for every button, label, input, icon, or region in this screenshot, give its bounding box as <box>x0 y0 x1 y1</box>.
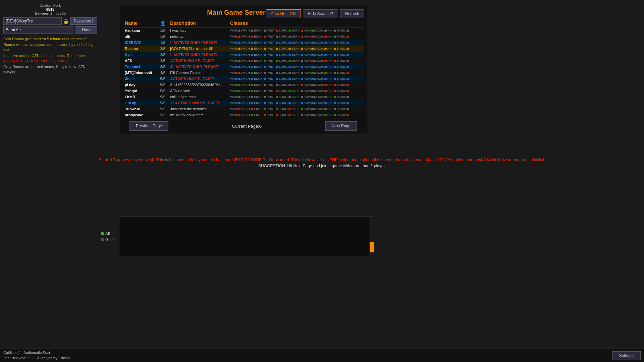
class-item: MRCH: <box>314 65 327 68</box>
class-dot <box>324 114 327 116</box>
table-row[interactable]: pi day5/53.14159265358979323846264WAR:AR… <box>123 82 364 88</box>
class-dot <box>301 108 303 110</box>
class-item: ZERK: <box>291 41 303 44</box>
table-row[interactable]: Xhell5/5ACTIVES ONLY PLEASE!WAR:ARCH:ENC… <box>123 76 364 82</box>
class-item: ADV: <box>304 35 314 38</box>
info-line2: Rooms with active players are indicated … <box>3 43 93 52</box>
class-item: WAR: <box>230 107 240 111</box>
class-item: BARD: <box>337 47 349 50</box>
class-dot <box>324 36 327 38</box>
class-dot <box>264 48 266 50</box>
table-row[interactable]: Ysbryd5/5AFK no kickWAR:ARCH:ENCH:PRST:S… <box>123 88 364 94</box>
info-line3: be active and not AFK in these rooms. Re… <box>3 54 86 58</box>
class-dot <box>288 102 291 104</box>
class-dot <box>311 114 314 116</box>
class-dot <box>276 29 278 32</box>
table-row[interactable]: Azukana1/5I was lazyWAR:ARCH:ENCH:PRST:S… <box>123 27 364 34</box>
settings-button[interactable]: Settings <box>612 351 641 360</box>
class-dot <box>346 90 349 92</box>
class-item: NIN: <box>327 89 336 93</box>
table-row[interactable]: AFK2/5ACTIVES ONLY PLEASE!WAR:ARCH:ENCH:… <box>123 58 364 64</box>
port-value: 6515 <box>46 7 54 11</box>
chat-tab-all[interactable]: All <box>101 231 115 236</box>
class-item: MRCH: <box>314 35 327 38</box>
table-row[interactable]: JHoward5/5Join even the newbiesWAR:ARCH:… <box>123 106 364 112</box>
class-item: ENCH: <box>254 53 266 56</box>
class-item: SORC: <box>279 65 291 68</box>
table-row[interactable]: +1k ap5/5+2 ACTIVES ONLY PLEASE!WAR:ARCH… <box>123 100 364 106</box>
auto-host-button[interactable]: Auto Host ON <box>266 9 301 18</box>
class-dot <box>324 42 327 44</box>
class-dot <box>238 108 240 110</box>
class-dot <box>346 60 349 62</box>
class-item: WAR: <box>230 83 240 86</box>
room-slots: 1/5 <box>157 27 168 34</box>
col-slots: 👤 <box>157 19 168 27</box>
table-row[interactable]: Reesha2/5[GOLDEN] 3k+ classes fillWAR:AR… <box>123 46 364 52</box>
class-dot <box>276 84 278 86</box>
room-name: Reesha <box>123 46 157 52</box>
class-dot <box>311 108 314 110</box>
class-dot <box>264 78 266 80</box>
table-row[interactable]: ICEBEAT1/5!! ACTIVES ONLY PLEASE!WAR:ARC… <box>123 40 364 46</box>
table-row[interactable]: [MTI]Joharassit4/5Fill Classes PleaseWAR… <box>123 70 364 76</box>
class-item: WAR: <box>230 59 240 62</box>
class-item: NIN: <box>327 71 336 74</box>
class-item: SORC: <box>279 83 291 86</box>
class-dot <box>324 29 327 32</box>
room-desc: !! ACTIVES ONLY PLEASE! <box>168 40 228 46</box>
next-page-button[interactable]: Next Page <box>325 121 357 131</box>
table-row[interactable]: afk1/5neteruyoWAR:ARCH:ENCH:PRST:SORC:ZE… <box>123 34 364 40</box>
class-dot <box>324 72 327 74</box>
table-row[interactable]: bronycake5/5we all afk down hereWAR:ARCH… <box>123 112 364 118</box>
class-item: WAR: <box>230 89 240 93</box>
table-row[interactable]: LbstR5/5chill n fight bossWAR:ARCH:ENCH:… <box>123 94 364 100</box>
hide-season-button[interactable]: Hide Season? <box>303 9 338 18</box>
class-dot <box>251 42 253 44</box>
version-info: Ver.ClickRaid539.3 RC2 Synergy Edition <box>3 356 70 361</box>
room-desc: neteruyo <box>168 34 228 40</box>
guild-tab-label: Guild <box>105 237 115 242</box>
notice-line1: Some 1/5 games may not work. This is bec… <box>0 158 644 162</box>
class-item: PRST: <box>267 29 278 32</box>
room-classes: WAR:ARCH:ENCH:PRST:SORC:ZERK:ADV:MRCH:NI… <box>228 58 364 64</box>
chat-scrollbar[interactable] <box>369 217 374 256</box>
room-desc: !! ACTIVES ONLY PLEASE! <box>168 52 228 58</box>
room-name: +1k ap <box>123 100 157 106</box>
class-item: NIN: <box>327 77 336 80</box>
room-name: pi day <box>123 82 157 88</box>
class-dot <box>238 29 240 32</box>
room-name: Kyle <box>123 52 157 58</box>
class-dot <box>301 60 303 62</box>
table-row[interactable]: Trummel3/53!! ACTIVES ONLY PLEASE!WAR:AR… <box>123 64 364 70</box>
class-dot <box>288 108 291 110</box>
class-item: BARD: <box>337 95 349 99</box>
room-slots: 5/5 <box>157 112 168 118</box>
room-slots: 5/5 <box>157 88 168 94</box>
class-dot <box>301 54 303 56</box>
room-desc: Fill Classes Please <box>168 70 228 76</box>
room-name: Trummel <box>123 64 157 70</box>
class-item: MRCH: <box>314 113 327 117</box>
custom-port-label: Custom Port: <box>40 3 61 7</box>
table-row[interactable]: Kyle2/5!! ACTIVES ONLY PLEASE!WAR:ARCH:E… <box>123 52 364 58</box>
class-item: MRCH: <box>314 71 327 74</box>
semi-afk-input[interactable] <box>3 26 73 34</box>
username-input[interactable] <box>3 17 62 25</box>
class-dot <box>276 108 278 110</box>
refresh-button[interactable]: Refresh <box>340 9 364 18</box>
class-dot <box>238 90 240 92</box>
class-dot <box>264 29 266 32</box>
room-classes: WAR:ARCH:ENCH:PRST:SORC:ZERK:ADV:MRCH:NI… <box>228 76 364 82</box>
class-dot <box>238 96 240 98</box>
password-button[interactable]: Password? <box>70 17 97 25</box>
class-dot <box>251 36 253 38</box>
prev-page-button[interactable]: Previous Page <box>129 121 168 131</box>
class-item: ARCH: <box>241 107 253 111</box>
class-dot <box>346 48 349 50</box>
host-button[interactable]: Host <box>75 26 97 34</box>
chat-tab-guild[interactable]: Guild <box>101 237 115 242</box>
class-dot <box>264 42 266 44</box>
class-dot <box>346 108 349 110</box>
class-item: ADV: <box>304 107 314 111</box>
